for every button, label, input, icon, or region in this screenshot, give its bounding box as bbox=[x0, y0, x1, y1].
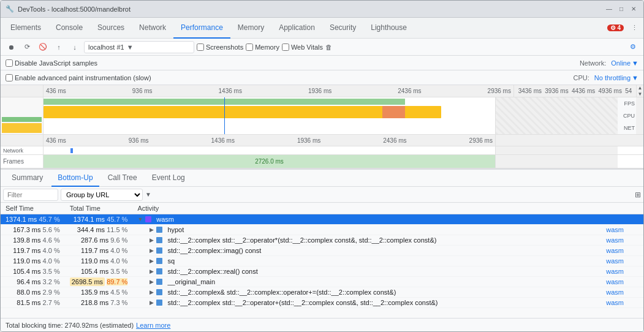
status-bar: Total blocking time: 2740.92ms (estimate… bbox=[1, 318, 643, 331]
activity-cell: ▶std::__2::complex std::__2::operator*(s… bbox=[132, 235, 643, 246]
options-right-1: Network: Online ▼ bbox=[580, 59, 638, 67]
expand-arrow[interactable]: ▶ bbox=[150, 300, 154, 306]
tab-network[interactable]: Network bbox=[132, 18, 173, 39]
screenshots-checkbox[interactable] bbox=[197, 43, 204, 51]
table-row[interactable]: 139.8 ms 4.6 %287.6 ms 9.6 %▶std::__2::c… bbox=[1, 235, 643, 246]
learn-more-link[interactable]: Learn more bbox=[136, 322, 170, 329]
bottom-section: Summary Bottom-Up Call Tree Event Log Gr… bbox=[1, 170, 643, 331]
link-cell[interactable]: wasm bbox=[606, 257, 638, 265]
expand-arrow[interactable]: ▶ bbox=[150, 258, 154, 264]
tab-event-log[interactable]: Event Log bbox=[146, 170, 191, 187]
options-row-2: Enable advanced paint instrumentation (s… bbox=[1, 70, 643, 85]
filter-input[interactable] bbox=[3, 189, 58, 201]
screenshots-checkbox-label[interactable]: Screenshots bbox=[197, 43, 243, 51]
table-row[interactable]: 119.7 ms 4.0 %119.7 ms 4.0 %▶std::__2::c… bbox=[1, 246, 643, 256]
self-time-cell: 96.4 ms 3.2 % bbox=[1, 277, 65, 287]
cpu-label: CPU: bbox=[574, 74, 589, 81]
expand-arrow[interactable]: ▶ bbox=[150, 237, 154, 243]
error-badge: ⚙ 4 bbox=[607, 25, 624, 31]
cpu-bar bbox=[44, 106, 441, 118]
func-icon bbox=[156, 247, 162, 254]
tick-1: 936 ms bbox=[132, 88, 153, 94]
ruler-scrollbar: ▲ ▼ bbox=[636, 85, 643, 97]
link-cell[interactable]: wasm bbox=[606, 289, 638, 296]
collapse-expand-button[interactable]: ⊞ bbox=[635, 191, 641, 199]
minimize-button[interactable]: — bbox=[604, 4, 614, 14]
tab-elements[interactable]: Elements bbox=[3, 18, 48, 39]
capture-settings-button[interactable]: ⚙ bbox=[626, 40, 640, 54]
link-cell[interactable]: wasm bbox=[606, 247, 638, 254]
expand-arrow[interactable]: ▶ bbox=[150, 289, 154, 295]
col-self-time[interactable]: Self Time bbox=[1, 203, 65, 214]
chart-area[interactable] bbox=[44, 97, 495, 134]
memory-checkbox[interactable] bbox=[246, 43, 253, 51]
scroll-up-arrow[interactable]: ▲ bbox=[637, 85, 643, 91]
web-vitals-checkbox-label[interactable]: Web Vitals bbox=[282, 43, 323, 51]
tab-memory[interactable]: Memory bbox=[230, 18, 271, 39]
total-time-cell: 218.8 ms 7.3 % bbox=[65, 298, 133, 308]
activity-name: wasm bbox=[156, 216, 174, 223]
enable-paint-label[interactable]: Enable advanced paint instrumentation (s… bbox=[6, 74, 151, 81]
record-button[interactable]: ⏺ bbox=[4, 40, 18, 54]
col-total-time[interactable]: Total Time bbox=[65, 203, 133, 214]
maximize-button[interactable]: □ bbox=[616, 4, 626, 14]
tab-application[interactable]: Application bbox=[271, 18, 322, 39]
table-row[interactable]: 105.4 ms 3.5 %105.4 ms 3.5 %▶std::__2::c… bbox=[1, 266, 643, 277]
link-cell[interactable]: wasm bbox=[606, 268, 638, 275]
tab-performance[interactable]: Performance bbox=[173, 18, 230, 39]
func-icon bbox=[156, 237, 162, 243]
tab-bottom-up[interactable]: Bottom-Up bbox=[51, 170, 99, 187]
upload-button[interactable]: ↑ bbox=[52, 40, 66, 54]
second-ruler-ticks: 436 ms 936 ms 1436 ms 1936 ms 2436 ms 29… bbox=[44, 135, 495, 146]
scroll-down-arrow[interactable]: ▼ bbox=[637, 91, 643, 97]
filter-arrow[interactable]: ▼ bbox=[145, 191, 151, 198]
cpu-dropdown[interactable]: No throttling ▼ bbox=[594, 74, 638, 81]
tab-console[interactable]: Console bbox=[48, 18, 90, 39]
close-button[interactable]: ✕ bbox=[629, 4, 638, 14]
tab-security[interactable]: Security bbox=[322, 18, 363, 39]
group-by-select[interactable]: Group by URL Group by Category Group by … bbox=[61, 189, 143, 201]
table-row[interactable]: 119.0 ms 4.0 %119.0 ms 4.0 %▶sqwasm bbox=[1, 256, 643, 266]
web-vitals-checkbox[interactable] bbox=[282, 43, 289, 51]
tab-summary[interactable]: Summary bbox=[6, 170, 49, 187]
tab-call-tree[interactable]: Call Tree bbox=[102, 170, 143, 187]
col-activity[interactable]: Activity bbox=[132, 203, 643, 214]
network-dropdown[interactable]: Online ▼ bbox=[611, 59, 638, 67]
link-cell[interactable]: wasm bbox=[606, 278, 638, 285]
link-cell[interactable]: wasm bbox=[606, 236, 638, 244]
memory-checkbox-label[interactable]: Memory bbox=[246, 43, 279, 51]
cpu-label: CPU bbox=[623, 113, 635, 119]
disable-js-checkbox[interactable] bbox=[6, 59, 13, 67]
stop-button[interactable]: ⟳ bbox=[20, 40, 34, 54]
cpu-fps-area: FPS CPU NET bbox=[1, 97, 643, 134]
frames-content[interactable]: 2726.0 ms bbox=[44, 155, 495, 168]
disable-js-label[interactable]: Disable JavaScript samples bbox=[6, 59, 97, 67]
expand-arrow[interactable]: ▶ bbox=[150, 279, 154, 285]
table-row[interactable]: 96.4 ms 3.2 %2698.5 ms 89.7 %▶__original… bbox=[1, 277, 643, 287]
options-row-1: Disable JavaScript samples Network: Onli… bbox=[1, 56, 643, 70]
tab-sources[interactable]: Sources bbox=[90, 18, 132, 39]
table-container[interactable]: Self Time Total Time Activity 1374.1 ms … bbox=[1, 203, 643, 318]
table-row[interactable]: 81.5 ms 2.7 %218.8 ms 7.3 %▶std::__2::co… bbox=[1, 298, 643, 308]
tick-5: 2936 ms bbox=[488, 88, 511, 94]
enable-paint-checkbox[interactable] bbox=[6, 74, 13, 81]
expand-arrow[interactable]: ▶ bbox=[150, 268, 154, 274]
s-tick-5: 2936 ms bbox=[469, 137, 493, 144]
table-row[interactable]: 167.3 ms 5.6 %344.4 ms 11.5 %▶hypotwasm bbox=[1, 225, 643, 235]
table-row[interactable]: 1374.1 ms 45.7 %1374.1 ms 45.7 %▼wasm bbox=[1, 214, 643, 225]
settings-button[interactable]: ⋮ bbox=[627, 21, 641, 35]
expand-arrow[interactable]: ▶ bbox=[150, 247, 154, 254]
table-row[interactable]: 88.0 ms 2.9 %135.9 ms 4.5 %▶std::__2::co… bbox=[1, 287, 643, 298]
link-cell[interactable]: wasm bbox=[606, 299, 638, 306]
download-button[interactable]: ↓ bbox=[68, 40, 81, 54]
expand-arrow[interactable]: ▼ bbox=[137, 216, 143, 222]
link-cell[interactable]: wasm bbox=[606, 226, 638, 233]
func-icon bbox=[156, 300, 162, 306]
clear-recordings-button[interactable]: 🗑 bbox=[325, 43, 332, 51]
clear-button[interactable]: 🚫 bbox=[36, 40, 50, 54]
tick-2: 1436 ms bbox=[219, 88, 242, 94]
expand-arrow[interactable]: ▶ bbox=[150, 227, 154, 233]
activity-cell: ▼wasm bbox=[132, 214, 643, 225]
activity-name: __original_main bbox=[167, 278, 215, 285]
tab-lighthouse[interactable]: Lighthouse bbox=[363, 18, 414, 39]
